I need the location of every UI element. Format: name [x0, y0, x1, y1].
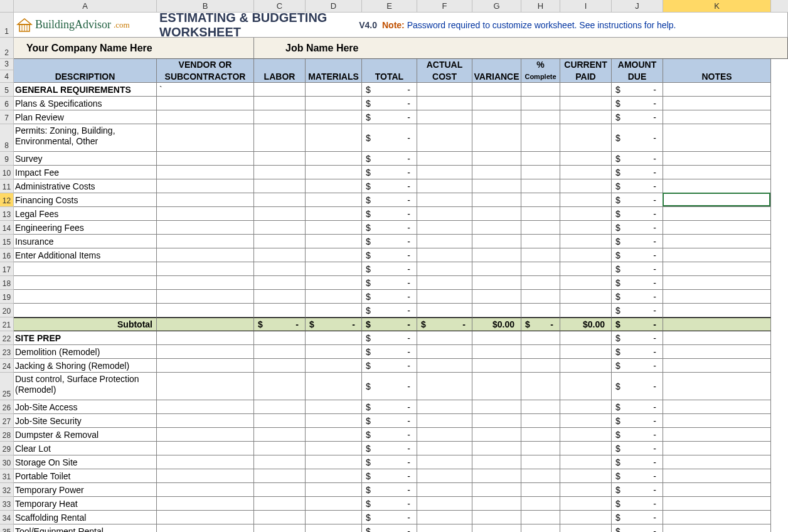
total-cell[interactable]: $- — [362, 345, 417, 359]
company-name-cell-b[interactable] — [157, 38, 254, 59]
notes-cell[interactable] — [663, 331, 771, 345]
labor-cell[interactable] — [254, 83, 306, 97]
materials-cell[interactable] — [306, 455, 362, 469]
pct-cell[interactable] — [521, 373, 560, 400]
materials-cell[interactable] — [306, 373, 362, 400]
subtotal-due[interactable]: $- — [612, 317, 663, 331]
hdr-description[interactable] — [14, 59, 157, 70]
description-cell[interactable] — [14, 262, 157, 276]
subtotal-label[interactable]: Subtotal — [14, 317, 157, 331]
pct-cell[interactable] — [521, 469, 560, 483]
total-cell[interactable]: $- — [362, 414, 417, 428]
variance-cell[interactable] — [472, 359, 521, 373]
row-header-12[interactable]: 12 — [0, 193, 14, 207]
hdr-paid-bot[interactable]: PAID — [560, 70, 612, 83]
pct-cell[interactable] — [521, 207, 560, 221]
description-cell[interactable]: Clear Lot — [14, 442, 157, 455]
labor-cell[interactable] — [254, 97, 306, 110]
row-header-24[interactable]: 24 — [0, 359, 14, 373]
due-cell[interactable]: $- — [612, 235, 663, 248]
hdr-notes[interactable]: NOTES — [663, 70, 771, 83]
variance-cell[interactable] — [472, 469, 521, 483]
labor-cell[interactable] — [254, 110, 306, 124]
col-header-D[interactable]: D — [306, 0, 362, 12]
notes-cell[interactable] — [663, 290, 771, 304]
labor-cell[interactable] — [254, 469, 306, 483]
labor-cell[interactable] — [254, 221, 306, 235]
hdr-actual-bot[interactable]: COST — [417, 70, 472, 83]
paid-cell[interactable] — [560, 97, 612, 110]
description-cell[interactable]: SITE PREP — [14, 331, 157, 345]
hdr-materials-top[interactable] — [306, 59, 362, 70]
due-cell[interactable]: $- — [612, 262, 663, 276]
materials-cell[interactable] — [306, 262, 362, 276]
variance-cell[interactable] — [472, 262, 521, 276]
variance-cell[interactable] — [472, 304, 521, 317]
row-header-27[interactable]: 27 — [0, 414, 14, 428]
variance-cell[interactable] — [472, 524, 521, 532]
labor-cell[interactable] — [254, 235, 306, 248]
actual-cell[interactable] — [417, 373, 472, 400]
due-cell[interactable]: $- — [612, 373, 663, 400]
row-header-25[interactable]: 25 — [0, 373, 14, 400]
paid-cell[interactable] — [560, 373, 612, 400]
row-header-15[interactable]: 15 — [0, 235, 14, 248]
description-cell[interactable] — [14, 290, 157, 304]
notes-cell[interactable] — [663, 152, 771, 166]
vendor-cell[interactable] — [157, 290, 254, 304]
vendor-cell[interactable] — [157, 524, 254, 532]
paid-cell[interactable] — [560, 511, 612, 524]
subtotal-actual[interactable]: $- — [417, 317, 472, 331]
actual-cell[interactable] — [417, 469, 472, 483]
labor-cell[interactable] — [254, 428, 306, 442]
paid-cell[interactable] — [560, 276, 612, 290]
variance-cell[interactable] — [472, 207, 521, 221]
materials-cell[interactable] — [306, 483, 362, 497]
labor-cell[interactable] — [254, 193, 306, 207]
total-cell[interactable]: $- — [362, 166, 417, 179]
notes-cell[interactable] — [663, 304, 771, 317]
vendor-cell[interactable] — [157, 262, 254, 276]
actual-cell[interactable] — [417, 110, 472, 124]
materials-cell[interactable] — [306, 359, 362, 373]
row-header-2[interactable]: 2 — [0, 38, 14, 59]
materials-cell[interactable] — [306, 207, 362, 221]
due-cell[interactable]: $- — [612, 83, 663, 97]
pct-cell[interactable] — [521, 193, 560, 207]
due-cell[interactable]: $- — [612, 248, 663, 262]
materials-cell[interactable] — [306, 83, 362, 97]
actual-cell[interactable] — [417, 359, 472, 373]
actual-cell[interactable] — [417, 414, 472, 428]
row-header-26[interactable]: 26 — [0, 400, 14, 414]
vendor-cell[interactable] — [157, 166, 254, 179]
total-cell[interactable]: $- — [362, 373, 417, 400]
notes-cell[interactable] — [663, 442, 771, 455]
pct-cell[interactable] — [521, 248, 560, 262]
actual-cell[interactable] — [417, 248, 472, 262]
row-header-33[interactable]: 33 — [0, 497, 14, 511]
row-header-11[interactable]: 11 — [0, 179, 14, 193]
labor-cell[interactable] — [254, 511, 306, 524]
col-header-E[interactable]: E — [362, 0, 417, 12]
variance-cell[interactable] — [472, 428, 521, 442]
materials-cell[interactable] — [306, 110, 362, 124]
due-cell[interactable]: $- — [612, 428, 663, 442]
paid-cell[interactable] — [560, 248, 612, 262]
description-cell[interactable]: GENERAL REQUIREMENTS — [14, 83, 157, 97]
total-cell[interactable]: $- — [362, 207, 417, 221]
paid-cell[interactable] — [560, 193, 612, 207]
materials-cell[interactable] — [306, 469, 362, 483]
row-header-19[interactable]: 19 — [0, 290, 14, 304]
vendor-cell[interactable] — [157, 110, 254, 124]
hdr-labor-top[interactable] — [254, 59, 306, 70]
hdr-vendor-bot[interactable]: SUBCONTRACTOR — [157, 70, 254, 83]
variance-cell[interactable] — [472, 373, 521, 400]
hdr-actual-top[interactable]: ACTUAL — [417, 59, 472, 70]
description-cell[interactable]: Enter Additional Items — [14, 248, 157, 262]
vendor-cell[interactable] — [157, 179, 254, 193]
due-cell[interactable]: $- — [612, 469, 663, 483]
description-cell[interactable]: Demolition (Remodel) — [14, 345, 157, 359]
total-cell[interactable]: $- — [362, 262, 417, 276]
vendor-cell[interactable] — [157, 304, 254, 317]
description-cell[interactable]: Jacking & Shoring (Remodel) — [14, 359, 157, 373]
